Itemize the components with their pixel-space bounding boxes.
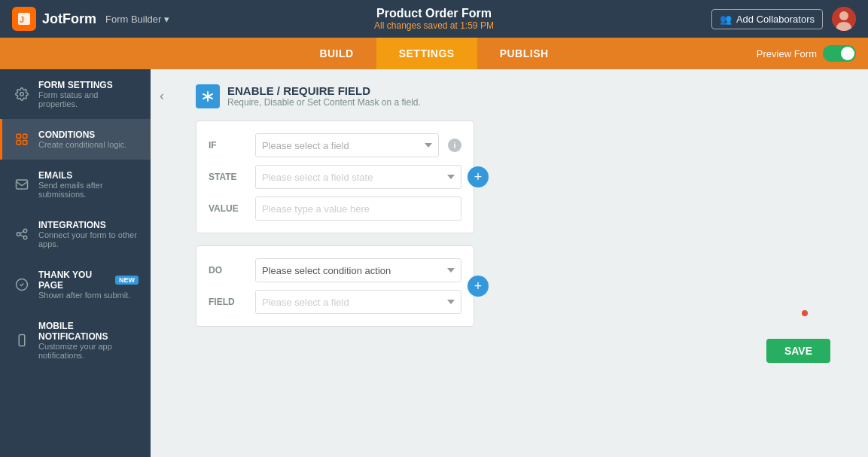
integrations-title: INTEGRATIONS xyxy=(38,220,139,230)
svg-point-11 xyxy=(17,233,20,236)
emails-text: EMAILS Send emails after submissions. xyxy=(38,170,139,199)
add-collaborators-button[interactable]: 👥 Add Collaborators xyxy=(711,9,823,29)
header-center: Product Order Form All changes saved at … xyxy=(374,7,494,31)
svg-point-13 xyxy=(23,236,27,239)
asterisk-icon xyxy=(200,89,215,104)
avatar-image xyxy=(832,7,856,31)
back-button[interactable]: ‹ xyxy=(151,84,173,107)
mobile-notifications-text: MOBILE NOTIFICATIONS Customize your app … xyxy=(38,321,139,360)
dropdown-arrow-icon: ▾ xyxy=(164,14,169,25)
conditions-icon xyxy=(14,132,29,147)
svg-rect-7 xyxy=(23,134,27,138)
mobile-notifications-title: MOBILE NOTIFICATIONS xyxy=(38,321,139,342)
svg-point-12 xyxy=(23,229,27,233)
if-condition-box: IF Please select a field i STATE Please … xyxy=(196,120,474,233)
value-label: VALUE xyxy=(209,203,246,214)
sidebar-item-thank-you[interactable]: THANK YOU PAGE NEW Shown after form subm… xyxy=(0,259,151,310)
mobile-icon xyxy=(14,333,29,348)
svg-point-5 xyxy=(20,93,24,96)
form-settings-text: FORM SETTINGS Form status and properties… xyxy=(38,80,139,108)
logo-text: JotForm xyxy=(42,11,96,27)
do-label: DO xyxy=(209,265,246,276)
panel-header: ENABLE / REQUIRE FIELD Require, Disable … xyxy=(196,84,853,108)
sidebar-item-integrations[interactable]: INTEGRATIONS Connect your form to other … xyxy=(0,209,151,259)
form-settings-title: FORM SETTINGS xyxy=(38,80,139,90)
thank-you-text: THANK YOU PAGE NEW Shown after form subm… xyxy=(38,270,139,300)
tab-build[interactable]: BUILD xyxy=(297,38,376,69)
state-label: STATE xyxy=(209,172,246,182)
save-button[interactable]: SAVE xyxy=(766,339,830,363)
form-settings-subtitle: Form status and properties. xyxy=(38,90,139,108)
logo: J JotForm xyxy=(12,7,96,31)
sidebar-item-mobile-notifications[interactable]: MOBILE NOTIFICATIONS Customize your app … xyxy=(0,310,151,370)
add-if-button[interactable]: + xyxy=(468,166,489,187)
collaborators-icon: 👥 xyxy=(720,14,732,25)
form-title: Product Order Form xyxy=(374,7,494,20)
tab-bar: BUILD SETTINGS PUBLISH Preview Form xyxy=(0,38,868,69)
header-left: J JotForm Form Builder ▾ xyxy=(12,7,169,31)
integrations-icon xyxy=(14,227,29,242)
email-icon xyxy=(14,177,29,192)
panel-icon xyxy=(196,84,220,108)
check-icon xyxy=(14,277,29,292)
mobile-notifications-subtitle: Customize your app notifications. xyxy=(38,342,139,360)
save-status: All changes saved at 1:59 PM xyxy=(374,20,494,31)
value-input[interactable] xyxy=(255,197,461,221)
svg-line-14 xyxy=(20,231,24,233)
svg-line-15 xyxy=(20,235,24,237)
panel-header-text: ENABLE / REQUIRE FIELD Require, Disable … xyxy=(227,84,421,108)
tab-publish[interactable]: PUBLISH xyxy=(477,38,571,69)
conditions-title: CONDITIONS xyxy=(38,129,126,140)
thank-you-subtitle: Shown after form submit. xyxy=(38,291,139,300)
if-label: IF xyxy=(209,140,246,151)
value-row: VALUE xyxy=(209,197,461,221)
state-select[interactable]: Please select a field state xyxy=(255,165,461,189)
svg-rect-10 xyxy=(17,180,28,189)
panel-title: ENABLE / REQUIRE FIELD xyxy=(227,84,421,97)
sidebar: FORM SETTINGS Form status and properties… xyxy=(0,69,151,457)
emails-title: EMAILS xyxy=(38,170,139,181)
main-layout: FORM SETTINGS Form status and properties… xyxy=(0,69,868,457)
panel-subtitle: Require, Disable or Set Content Mask on … xyxy=(227,97,421,108)
content-area: ‹ ENABLE / REQUIRE FIELD Require, Disabl… xyxy=(151,69,868,457)
svg-rect-8 xyxy=(17,141,20,145)
logo-icon: J xyxy=(12,7,36,31)
gear-icon xyxy=(14,87,29,102)
preview-form-label: Preview Form xyxy=(757,48,817,59)
conditions-subtitle: Create conditional logic. xyxy=(38,140,126,149)
field-label: FIELD xyxy=(209,297,246,307)
toggle-knob xyxy=(841,47,854,60)
header: J JotForm Form Builder ▾ Product Order F… xyxy=(0,0,868,38)
sidebar-item-conditions[interactable]: CONDITIONS Create conditional logic. xyxy=(0,119,151,160)
preview-toggle-switch[interactable] xyxy=(823,45,856,62)
avatar[interactable] xyxy=(832,7,856,31)
sidebar-item-emails[interactable]: EMAILS Send emails after submissions. xyxy=(0,160,151,209)
state-row: STATE Please select a field state xyxy=(209,165,461,189)
svg-point-3 xyxy=(839,11,848,20)
thank-you-title: THANK YOU PAGE xyxy=(38,270,111,291)
add-do-button[interactable]: + xyxy=(468,276,489,297)
conditions-text: CONDITIONS Create conditional logic. xyxy=(38,129,126,149)
do-row: DO Please select condition action xyxy=(209,258,461,282)
header-right: 👥 Add Collaborators xyxy=(711,7,856,31)
field-select[interactable]: Please select a field xyxy=(255,290,461,314)
do-action-select[interactable]: Please select condition action xyxy=(255,258,461,282)
field-row: FIELD Please select a field xyxy=(209,290,461,314)
red-dot-indicator xyxy=(802,310,808,316)
svg-text:J: J xyxy=(20,15,24,24)
integrations-subtitle: Connect your form to other apps. xyxy=(38,230,139,248)
save-section: SAVE xyxy=(196,339,853,363)
svg-rect-17 xyxy=(19,335,25,346)
if-row: IF Please select a field i xyxy=(209,133,461,157)
integrations-text: INTEGRATIONS Connect your form to other … xyxy=(38,220,139,248)
emails-subtitle: Send emails after submissions. xyxy=(38,181,139,199)
do-condition-box: DO Please select condition action FIELD … xyxy=(196,245,474,327)
info-icon[interactable]: i xyxy=(448,139,461,152)
if-field-select[interactable]: Please select a field xyxy=(255,133,439,157)
condition-panel: ENABLE / REQUIRE FIELD Require, Disable … xyxy=(196,84,853,363)
preview-toggle-area: Preview Form xyxy=(757,45,856,62)
tab-settings[interactable]: SETTINGS xyxy=(376,38,477,69)
form-builder-button[interactable]: Form Builder ▾ xyxy=(105,14,169,25)
sidebar-item-form-settings[interactable]: FORM SETTINGS Form status and properties… xyxy=(0,69,151,119)
jotform-logo-svg: J xyxy=(17,11,32,26)
